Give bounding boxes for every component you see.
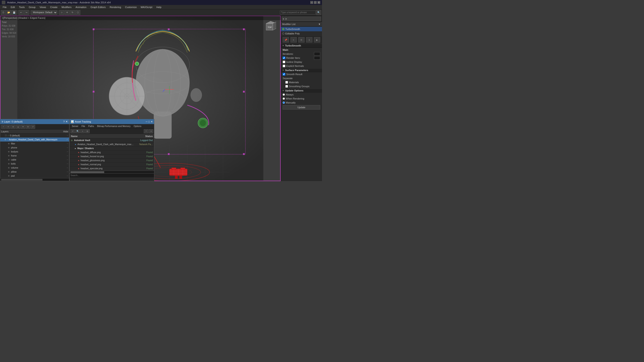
layer-item-phone[interactable]: ⊞ phone ─: [0, 146, 69, 150]
rp-next-btn[interactable]: ▶: [285, 16, 288, 21]
asset-menu-paths[interactable]: Paths: [87, 124, 96, 128]
smooth-result-checkbox[interactable]: [283, 73, 285, 76]
update-options-header[interactable]: ▼ Update Options: [281, 88, 322, 92]
asset-menu-file[interactable]: File: [80, 124, 86, 128]
materials-checkbox[interactable]: [285, 81, 288, 84]
save-btn[interactable]: 💾: [12, 10, 16, 15]
asset-menu-server[interactable]: Server: [70, 124, 80, 128]
layer-delete-btn[interactable]: ✕: [6, 125, 10, 129]
menu-modifiers[interactable]: Modifiers: [60, 5, 73, 9]
layer-scrollbar-h[interactable]: [0, 178, 69, 181]
menu-group[interactable]: Group: [27, 5, 37, 9]
search-input[interactable]: [280, 10, 316, 14]
asset-restore-btn[interactable]: □: [148, 120, 150, 123]
move-btn[interactable]: ✛: [64, 10, 70, 15]
layer-collapse-btn[interactable]: ▼: [21, 125, 25, 129]
asset-menu-options[interactable]: Options: [132, 124, 143, 128]
layer-plus-btn[interactable]: ⊕: [11, 125, 16, 129]
modifier-turbosmooth[interactable]: TurboSmooth: [281, 27, 322, 31]
menu-tools[interactable]: Tools: [17, 5, 26, 9]
layer-item-bodyes[interactable]: ⊞ bodyes ─: [0, 150, 69, 154]
viewport-gizmo[interactable]: TOP: [263, 19, 276, 32]
asset-item-maxfile[interactable]: ■ Aviation_Headset_David_Clark_with_Mann…: [70, 142, 154, 146]
asset-item-specular[interactable]: ■ headset_specular.png Found: [70, 166, 154, 170]
window-controls[interactable]: ─ □ ✕: [310, 1, 320, 4]
open-btn[interactable]: 📂: [6, 10, 11, 15]
scale-btn[interactable]: ⬡: [75, 10, 80, 15]
render-iters-input[interactable]: 2: [314, 56, 320, 60]
surface-params-header[interactable]: ▼ Surface Parameters: [281, 68, 322, 72]
layer-item-frame[interactable]: ⊞ frame ─: [0, 154, 69, 158]
new-btn[interactable]: 🗋: [1, 10, 6, 15]
update-button[interactable]: Update: [283, 105, 320, 110]
turbosmooth-header[interactable]: ▼ TurboSmooth: [281, 44, 322, 48]
menu-edit[interactable]: Edit: [9, 5, 17, 9]
layer-close-btn[interactable]: ✕: [66, 120, 68, 123]
render-iters-checkbox[interactable]: [283, 56, 285, 59]
always-radio[interactable]: [283, 94, 285, 96]
menu-customize[interactable]: Customize: [123, 5, 138, 9]
rp-list-icon[interactable]: ≡: [290, 37, 297, 42]
asset-item-vault[interactable]: ⊙ Autodesk Vault Logged Out: [70, 138, 154, 142]
asset-item-glossiness[interactable]: ■ headset_glossiness.png Found: [70, 158, 154, 162]
layer-item-pad[interactable]: ⊞ pad ─: [0, 174, 69, 178]
modifier-editable-poly[interactable]: Editable Poly: [281, 31, 322, 36]
menu-views[interactable]: Views: [38, 5, 48, 9]
layer-item-pillow[interactable]: ⊞ pillow ─: [0, 170, 69, 174]
menu-graph-editors[interactable]: Graph Editors: [89, 5, 108, 9]
asset-item-diffuse[interactable]: ■ headset_diffuse.png Found: [70, 150, 154, 154]
rp-settings-icon[interactable]: ⚙: [298, 37, 304, 42]
asset-item-fresnel[interactable]: ■ headset_fresnel ior.png Found: [70, 154, 154, 158]
asset-search-btn[interactable]: 🔍: [75, 129, 80, 133]
layer-item-cable[interactable]: ⊞ cable ─: [0, 158, 69, 162]
rotate-btn[interactable]: ↻: [70, 10, 75, 15]
layer-item-aviation[interactable]: ▸ ■ Aviation_Headset_David_Clark_with_Ma…: [0, 138, 69, 142]
minimize-button[interactable]: ─: [310, 1, 313, 4]
menu-rendering[interactable]: Rendering: [108, 5, 123, 9]
layer-item-volume[interactable]: ⊞ volume ─: [0, 166, 69, 170]
workspace-select[interactable]: Workspace: Default: [31, 10, 57, 15]
maximize-button[interactable]: □: [314, 1, 317, 4]
close-button[interactable]: ✕: [318, 1, 320, 4]
asset-menu-bitmap[interactable]: Bitmap Performance and Memory: [96, 124, 132, 128]
layer-item-mannequin[interactable]: ⊞ mannequin ─: [0, 178, 69, 178]
layer-settings-btn[interactable]: ⚙: [26, 125, 30, 129]
menu-maxscript[interactable]: MAXScript: [139, 5, 154, 9]
asset-list-btn[interactable]: ≡: [80, 129, 85, 133]
asset-item-normal[interactable]: ■ headset_normal.png Found: [70, 162, 154, 166]
layer-item-bolts[interactable]: ⊞ bolts ─: [0, 162, 69, 166]
layer-new-btn[interactable]: +: [1, 125, 6, 129]
asset-info-btn[interactable]: ℹ: [149, 129, 153, 133]
layer-refresh-btn[interactable]: ↺: [31, 125, 35, 129]
menu-file[interactable]: File: [1, 5, 8, 9]
layer-item-default[interactable]: ☐ ✓ 0 (default) ─: [0, 134, 69, 138]
smoothing-groups-checkbox[interactable]: [285, 85, 288, 88]
isoline-checkbox[interactable]: [283, 60, 285, 63]
asset-scrollbar-h[interactable]: [70, 170, 154, 173]
rp-anim-icon[interactable]: ▶: [314, 37, 320, 42]
when-rendering-radio[interactable]: [283, 98, 285, 100]
menu-help[interactable]: Help: [154, 5, 163, 9]
rp-prev-btn[interactable]: ◀: [282, 16, 284, 21]
layer-expand-btn[interactable]: ▲: [16, 125, 20, 129]
redo-btn[interactable]: ↪: [24, 10, 29, 15]
menu-animation[interactable]: Animation: [74, 5, 88, 9]
select-btn[interactable]: ⊹: [59, 10, 64, 15]
layer-item-filter[interactable]: ⊞ filter ─: [0, 142, 69, 146]
explicit-checkbox[interactable]: [283, 64, 285, 67]
asset-close-btn[interactable]: ✕: [151, 120, 153, 123]
asset-search-input[interactable]: [70, 174, 154, 177]
asset-grid-btn[interactable]: ⊞: [85, 129, 90, 133]
iterations-input[interactable]: 1: [314, 52, 320, 56]
search-btn[interactable]: 🔍: [316, 10, 321, 15]
rp-pin-icon[interactable]: 📌: [283, 37, 289, 42]
asset-help-btn[interactable]: ?: [144, 129, 148, 133]
rp-info-icon[interactable]: ℹ: [306, 37, 312, 42]
asset-search-bar[interactable]: [70, 173, 154, 177]
object-name-input[interactable]: bodyes: [288, 16, 321, 21]
asset-item-maps[interactable]: ▸ Maps / Shaders: [70, 146, 154, 150]
layer-help-btn[interactable]: ?: [63, 120, 64, 123]
manually-radio[interactable]: [283, 102, 285, 104]
asset-minimize-btn[interactable]: ─: [146, 120, 148, 123]
asset-refresh-btn[interactable]: ↺: [70, 129, 75, 133]
